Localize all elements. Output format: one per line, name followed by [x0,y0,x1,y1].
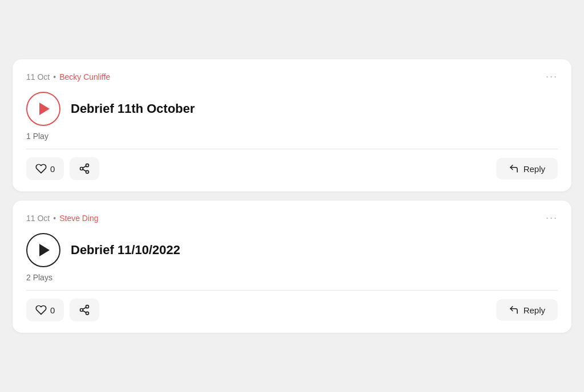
svg-line-8 [83,311,87,312]
card-meta: 11 Oct • Becky Cunliffe [26,72,110,81]
post-card-2: 11 Oct • Steve Ding ··· Debrief 11/10/20… [13,201,571,333]
post-title: Debrief 11/10/2022 [71,243,180,258]
reply-label: Reply [524,164,545,174]
card-actions: 0 Reply [26,157,558,180]
post-author: Steve Ding [59,214,98,223]
heart-icon [35,163,47,174]
like-button[interactable]: 0 [26,157,64,180]
card-header: 11 Oct • Steve Ding ··· [26,212,558,224]
post-author: Becky Cunliffe [59,72,110,81]
like-button[interactable]: 0 [26,299,64,321]
divider [26,290,558,291]
svg-line-3 [83,169,87,171]
heart-icon [35,304,47,316]
meta-dot: • [53,214,56,223]
card-content: Debrief 11th October [26,92,558,126]
more-options-button[interactable]: ··· [546,71,558,83]
reply-button[interactable]: Reply [496,158,558,179]
play-count: 2 Plays [26,273,558,282]
reply-icon [509,305,519,315]
reply-button[interactable]: Reply [496,299,558,321]
card-meta: 11 Oct • Steve Ding [26,214,99,223]
post-card-1: 11 Oct • Becky Cunliffe ··· Debrief 11th… [13,59,571,191]
like-count: 0 [50,164,55,174]
post-title: Debrief 11th October [71,101,195,116]
share-icon [79,163,90,174]
svg-line-4 [83,166,87,168]
meta-dot: • [53,72,56,81]
svg-line-9 [83,307,87,309]
divider [26,149,558,149]
play-icon [39,244,50,256]
play-icon [39,103,50,115]
reply-icon [509,164,519,174]
card-content: Debrief 11/10/2022 [26,233,558,267]
reply-label: Reply [524,305,545,315]
like-count: 0 [50,305,55,315]
share-button[interactable] [70,299,99,321]
card-actions: 0 Reply [26,299,558,321]
post-date: 11 Oct [26,72,50,81]
more-options-button[interactable]: ··· [546,212,558,224]
card-header: 11 Oct • Becky Cunliffe ··· [26,71,558,83]
play-button[interactable] [26,92,60,126]
play-button[interactable] [26,233,60,267]
feed-container: 11 Oct • Becky Cunliffe ··· Debrief 11th… [13,59,571,333]
post-date: 11 Oct [26,214,50,223]
share-icon [79,304,90,316]
play-count: 1 Play [26,132,558,141]
share-button[interactable] [70,157,99,180]
